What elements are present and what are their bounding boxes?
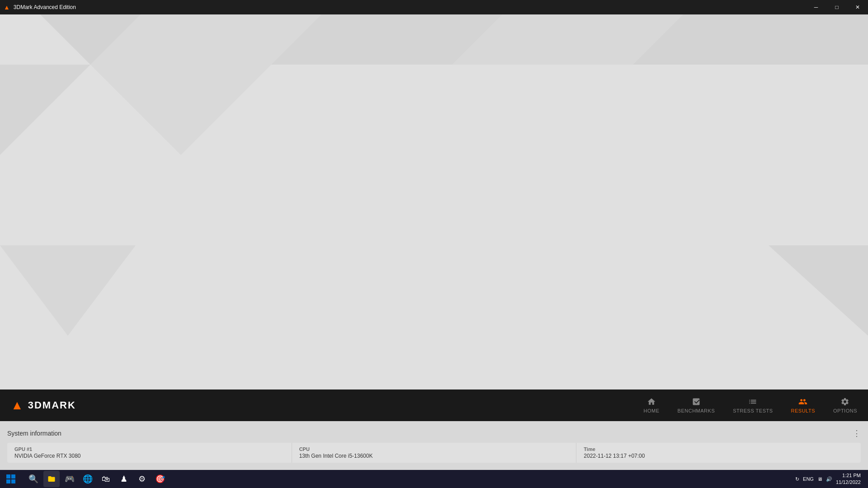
taskbar-edge-button[interactable]: 🌐 [80,471,96,487]
taskbar-steam-button[interactable]: ♟ [116,471,132,487]
nav-benchmarks-label: BENCHMARKS [678,408,715,413]
sys-info-row: GPU #1 NVIDIA GeForce RTX 3080 CPU 13th … [7,443,861,463]
taskbar-icons: 🔍 🎮 🌐 🛍 ♟ ⚙ 🎯 [22,471,788,487]
svg-marker-8 [769,245,868,336]
taskbar-store-button[interactable]: 🛍 [98,471,114,487]
logo: ▲ 3DMARK [11,398,76,413]
svg-marker-0 [0,14,181,65]
nav-home-label: HOME [644,408,660,413]
minimize-button[interactable]: ─ [806,0,826,14]
svg-marker-2 [271,14,542,65]
svg-marker-4 [633,14,868,65]
svg-rect-42 [11,474,15,479]
sys-info-title: System information [7,430,61,437]
app: ▲ 3DMARK HOME BENCHMARKS STRESS TESTS RE… [0,14,868,470]
taskbar-monitor-icon: 🖥 [817,476,822,482]
nav-results-label: RESULTS [791,408,815,413]
system-info-section: System information ⋮ GPU #1 NVIDIA GeFor… [0,421,868,470]
logo-flame-icon: ▲ [11,398,24,413]
logo-text: 3DMARK [28,399,76,411]
nav-home[interactable]: HOME [644,397,660,413]
taskbar-misc-button[interactable]: ⚙ [134,471,150,487]
nav-options-label: OPTIONS [833,408,857,413]
svg-marker-7 [0,245,136,336]
svg-rect-43 [6,479,10,483]
sys-info-header: System information ⋮ [7,428,861,438]
svg-marker-5 [0,65,90,155]
nav-options[interactable]: OPTIONS [833,397,857,413]
cpu-value: 13th Gen Intel Core i5-13600K [299,453,569,459]
taskbar-audio-icon: 🔊 [826,476,832,482]
nav-items: HOME BENCHMARKS STRESS TESTS RESULTS OPT… [644,397,857,413]
nav-results[interactable]: RESULTS [791,397,815,413]
taskbar-lang: ENG [803,476,814,482]
maximize-button[interactable]: □ [826,0,847,14]
svg-marker-6 [90,65,271,155]
svg-marker-3 [452,14,723,65]
start-button[interactable] [0,470,22,488]
time-key: Time [584,446,854,452]
taskbar-datetime: 1:21 PM 11/12/2022 [836,472,861,486]
taskbar-loading-icon: ↻ [795,476,799,482]
title-icon: ▲ [4,4,10,11]
close-button[interactable]: ✕ [847,0,868,14]
svg-rect-44 [11,479,15,483]
title-bar-left: ▲ 3DMark Advanced Edition [0,4,76,11]
navigation: ▲ 3DMARK HOME BENCHMARKS STRESS TESTS RE… [0,389,868,421]
svg-marker-1 [90,14,362,65]
title-bar-controls: ─ □ ✕ [806,0,868,14]
taskbar-app1-button[interactable]: 🎮 [61,471,78,487]
gpu-key: GPU #1 [14,446,284,452]
nav-benchmarks[interactable]: BENCHMARKS [678,397,715,413]
taskbar-search-button[interactable]: 🔍 [25,471,42,487]
taskbar-extra-button[interactable]: 🎯 [152,471,168,487]
sys-info-gpu: GPU #1 NVIDIA GeForce RTX 3080 [7,443,292,463]
svg-rect-41 [6,474,10,479]
cpu-key: CPU [299,446,569,452]
sys-info-more-button[interactable]: ⋮ [853,428,861,438]
nav-stress-label: STRESS TESTS [733,408,773,413]
nav-stress[interactable]: STRESS TESTS [733,397,773,413]
taskbar: 🔍 🎮 🌐 🛍 ♟ ⚙ 🎯 ↻ ENG 🖥 🔊 1:21 PM 11/12/20… [0,470,868,488]
taskbar-time-value: 1:21 PM [836,472,861,479]
taskbar-date-value: 11/12/2022 [836,479,861,486]
sys-info-time: Time 2022-11-12 13:17 +07:00 [576,443,861,463]
time-value: 2022-11-12 13:17 +07:00 [584,453,854,459]
gpu-value: NVIDIA GeForce RTX 3080 [14,453,284,459]
title-bar: ▲ 3DMark Advanced Edition ─ □ ✕ [0,0,868,14]
taskbar-right: ↻ ENG 🖥 🔊 1:21 PM 11/12/2022 [788,472,868,486]
sys-info-cpu: CPU 13th Gen Intel Core i5-13600K [292,443,577,463]
taskbar-explorer-button[interactable] [43,471,60,487]
window-title: 3DMark Advanced Edition [14,4,76,10]
